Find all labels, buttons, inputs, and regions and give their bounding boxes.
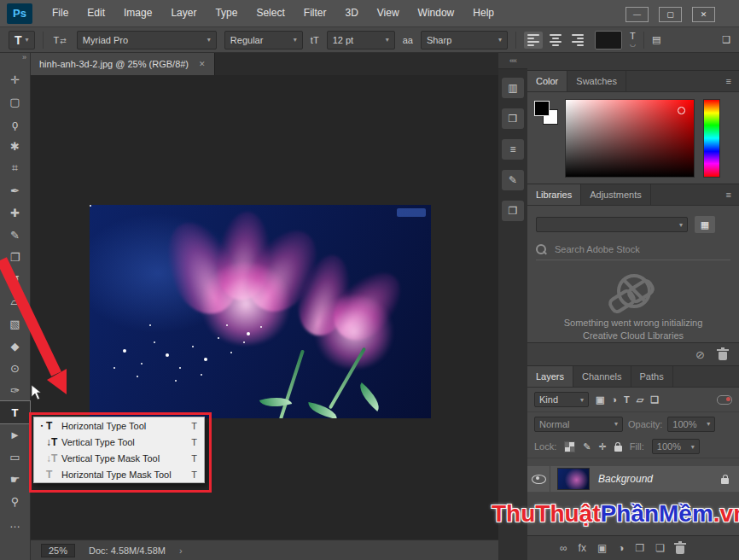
tab-swatches[interactable]: Swatches — [567, 71, 626, 91]
menu-3d[interactable]: 3D — [335, 0, 367, 26]
rectangle-tool[interactable]: ▭ — [0, 446, 30, 468]
more-options-tool[interactable]: … — [0, 512, 30, 534]
char-para-panels-button[interactable]: ▤ — [652, 34, 660, 45]
eyedropper-tool[interactable]: ✒ — [0, 179, 30, 201]
lock-transparency-icon[interactable] — [564, 441, 575, 452]
delete-layer-button[interactable] — [676, 543, 684, 554]
panel-dock-button[interactable]: ❑ — [722, 34, 730, 45]
library-search[interactable] — [536, 243, 730, 260]
new-group-button[interactable]: ❒ — [636, 542, 645, 554]
clone-source-panel-button[interactable]: ❐ — [502, 201, 524, 221]
properties-panel-button[interactable]: ≡ — [502, 139, 524, 160]
menu-filter[interactable]: Filter — [294, 0, 336, 26]
search-input[interactable] — [553, 243, 710, 255]
brush-tool[interactable]: ✎ — [0, 224, 30, 246]
smart-object-filter-icon[interactable]: ❏ — [650, 394, 659, 405]
menu-window[interactable]: Window — [409, 0, 464, 26]
layer-thumbnail[interactable] — [557, 468, 590, 490]
text-orientation-button[interactable]: T ⇄ — [51, 33, 69, 47]
pen-tool[interactable]: ✑ — [0, 379, 30, 401]
pixel-filter-icon[interactable]: ▣ — [596, 394, 604, 405]
grid-view-button[interactable]: ▦ — [695, 216, 715, 233]
align-right-button[interactable] — [568, 32, 587, 49]
close-button[interactable]: ✕ — [692, 7, 715, 22]
tab-color[interactable]: Color — [527, 71, 567, 91]
menu-layer[interactable]: Layer — [161, 0, 206, 26]
marquee-tool[interactable]: ▢ — [0, 90, 30, 113]
move-tool[interactable]: ✛ — [0, 68, 30, 90]
blend-mode-select[interactable]: Normal ▾ — [534, 417, 623, 432]
adjustment-layer-button[interactable]: ◑ — [618, 542, 624, 554]
minimize-button[interactable]: — — [626, 7, 649, 22]
lock-position-icon[interactable]: ✛ — [599, 441, 607, 452]
tool-preset-picker[interactable]: T ▾ — [9, 31, 35, 50]
opacity-value[interactable]: 100% ▾ — [667, 417, 715, 432]
adjustment-filter-icon[interactable]: ◑ — [611, 394, 617, 405]
menu-select[interactable]: Select — [247, 0, 294, 26]
filter-toggle[interactable] — [717, 395, 732, 405]
align-center-button[interactable] — [546, 32, 565, 49]
hand-tool[interactable]: ☛ — [0, 468, 30, 490]
tab-channels[interactable]: Channels — [573, 366, 631, 387]
link-layers-button[interactable]: ∞ — [560, 542, 567, 554]
tab-layers[interactable]: Layers — [527, 366, 573, 387]
type-filter-icon[interactable]: T — [624, 394, 630, 405]
fill-value[interactable]: 100% ▾ — [652, 439, 700, 454]
status-menu-chevron[interactable]: › — [179, 545, 183, 556]
visibility-toggle[interactable] — [527, 466, 550, 492]
new-layer-button[interactable]: ❏ — [655, 542, 665, 554]
align-left-button[interactable] — [524, 32, 543, 49]
tab-libraries[interactable]: Libraries — [527, 184, 581, 205]
cloud-link-icon[interactable]: ⊘ — [695, 348, 705, 361]
dodge-tool[interactable]: ⊙ — [0, 357, 30, 379]
expand-toolbar-button[interactable]: » — [0, 53, 30, 65]
font-family-select[interactable]: Myriad Pro ▾ — [77, 31, 217, 50]
anti-alias-select[interactable]: Sharp ▾ — [421, 31, 508, 50]
lock-all-icon[interactable] — [614, 446, 622, 452]
path-selection-tool[interactable]: ► — [0, 423, 30, 446]
lock-pixels-icon[interactable]: ✎ — [583, 441, 591, 452]
foreground-color-swatch[interactable] — [534, 101, 550, 116]
eraser-tool[interactable]: ▱ — [0, 290, 30, 312]
blur-tool[interactable]: ◆ — [0, 335, 30, 357]
zoom-tool[interactable]: ⚲ — [0, 490, 30, 512]
warp-text-button[interactable]: T ◡ — [630, 32, 636, 48]
layer-row-background[interactable]: Background — [527, 465, 739, 493]
menu-help[interactable]: Help — [463, 0, 503, 26]
hue-slider[interactable] — [703, 99, 720, 178]
zoom-level-field[interactable]: 25% — [41, 544, 75, 557]
tab-adjustments[interactable]: Adjustments — [581, 184, 651, 205]
font-style-select[interactable]: Regular ▾ — [224, 31, 303, 50]
histogram-panel-button[interactable]: ▥ — [502, 78, 524, 98]
maximize-button[interactable]: ▢ — [659, 7, 682, 22]
quick-selection-tool[interactable]: ✱ — [0, 135, 30, 157]
foreground-background-swatches[interactable] — [534, 101, 560, 126]
layer-mask-button[interactable]: ▣ — [597, 542, 607, 554]
menu-view[interactable]: View — [368, 0, 409, 26]
tab-paths[interactable]: Paths — [631, 366, 673, 387]
shape-filter-icon[interactable]: ▱ — [637, 394, 643, 405]
flyout-item-vertical-type-mask-tool[interactable]: ↓TVertical Type Mask ToolT — [34, 450, 204, 466]
navigator-panel-button[interactable]: ❒ — [502, 108, 524, 129]
expand-panels-button[interactable]: «« — [498, 53, 527, 69]
filter-kind-select[interactable]: Kind ▾ — [534, 392, 589, 407]
type-tool[interactable]: T — [0, 401, 30, 423]
lasso-tool[interactable]: ϙ — [0, 113, 30, 135]
crop-tool[interactable]: ⌗ — [0, 157, 30, 179]
saturation-picker[interactable] — [565, 99, 695, 178]
spot-healing-tool[interactable]: ✚ — [0, 201, 30, 224]
menu-file[interactable]: File — [43, 0, 78, 26]
flyout-item-vertical-type-tool[interactable]: ↓TVertical Type ToolT — [34, 434, 204, 450]
font-size-select[interactable]: 12 pt ▾ — [327, 31, 395, 50]
flyout-item-horizontal-type-mask-tool[interactable]: THorizontal Type Mask ToolT — [34, 466, 204, 482]
close-tab-icon[interactable]: ✕ — [199, 60, 206, 68]
flyout-item-horizontal-type-tool[interactable]: ▪THorizontal Type ToolT — [34, 417, 204, 434]
panel-menu-icon[interactable]: ≡ — [719, 184, 739, 205]
trash-icon[interactable] — [719, 352, 727, 360]
menu-image[interactable]: Image — [114, 0, 161, 26]
menu-type[interactable]: Type — [206, 0, 247, 26]
text-color-swatch[interactable] — [595, 31, 622, 50]
document-tab[interactable]: hinh-anh-3d-2.jpg @ 25% (RGB/8#) ✕ — [31, 53, 215, 75]
brush-settings-panel-button[interactable]: ✎ — [502, 170, 524, 190]
gradient-tool[interactable]: ▧ — [0, 312, 30, 335]
